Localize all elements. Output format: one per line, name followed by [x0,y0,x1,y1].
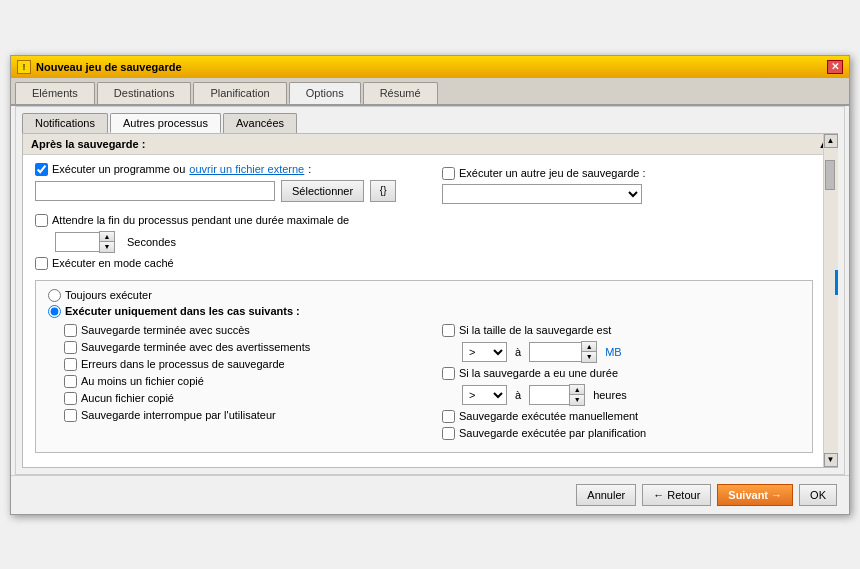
hidden-mode-checkbox[interactable] [35,257,48,270]
execute-other-select[interactable] [442,184,642,204]
cond-left-5-label: Sauvegarde interrompue par l'utilisateur [81,409,276,421]
duration-condition-row: > < = à 12 ▲ ▼ [462,384,800,406]
execute-input-row: Sélectionner {} [35,180,406,202]
duration-spinner-btns: ▲ ▼ [569,384,585,406]
scroll-thumb[interactable] [825,160,835,190]
scroll-indicator [835,270,838,295]
cond-left-2: Erreurs dans le processus de sauvegarde [64,358,422,371]
cond-left-2-cb[interactable] [64,358,77,371]
tab-planification[interactable]: Planification [193,82,286,104]
radio-always-row: Toujours exécuter [48,289,800,302]
size-down-btn[interactable]: ▼ [582,352,596,362]
cond-left-5-cb[interactable] [64,409,77,422]
duration-input[interactable]: 12 [529,385,569,405]
execute-other-label: Exécuter un autre jeu de sauvegarde : [459,167,646,179]
cond-left-0: Sauvegarde terminée avec succès [64,324,422,337]
execute-left: Exécuter un programme ou ouvrir un fichi… [35,163,406,208]
scroll-down-btn[interactable]: ▼ [824,453,838,467]
execute-label: Exécuter un programme ou ouvrir un fichi… [52,163,311,175]
size-operator-select[interactable]: > < = >= <= [462,342,507,362]
cond-right-0-cb[interactable] [442,324,455,337]
seconds-label: Secondes [127,236,176,248]
sub-tabs: Notifications Autres processus Avancées [22,113,838,133]
execute-other-checkbox[interactable] [442,167,455,180]
cond-left-0-cb[interactable] [64,324,77,337]
size-a-label: à [515,346,521,358]
seconds-input[interactable]: 180 [55,232,99,252]
wait-checkbox[interactable] [35,214,48,227]
scroll-track[interactable] [824,148,838,453]
duration-down-btn[interactable]: ▼ [570,395,584,405]
tab-elements[interactable]: Eléments [15,82,95,104]
radio-conditions[interactable] [48,305,61,318]
cond-left-4: Aucun fichier copié [64,392,422,405]
seconds-up-btn[interactable]: ▲ [100,232,114,242]
wait-label: Attendre la fin du processus pendant une… [52,214,349,226]
hidden-mode-row: Exécuter en mode caché [35,257,813,270]
window-title: Nouveau jeu de sauvegarde [36,61,182,73]
cond-right-0-label: Si la taille de la sauvegarde est [459,324,611,336]
conditions-cols: Sauvegarde terminée avec succès Sauvegar… [64,324,800,444]
execute-checkbox-row: Exécuter un programme ou ouvrir un fichi… [35,163,406,176]
cond-left-1-cb[interactable] [64,341,77,354]
execute-right: Exécuter un autre jeu de sauvegarde : [412,167,813,204]
section-box: Après la sauvegarde : ▲ Exécuter un prog… [22,133,838,468]
size-up-btn[interactable]: ▲ [582,342,596,352]
tab-destinations[interactable]: Destinations [97,82,192,104]
size-condition-row: > < = >= <= à 250 ▲ [462,341,800,363]
cond-left-4-label: Aucun fichier copié [81,392,174,404]
footer: Annuler ← Retour Suivant → OK [11,475,849,514]
duration-unit-label: heures [593,389,627,401]
section-header: Après la sauvegarde : ▲ [23,134,837,155]
size-spinner: 250 ▲ ▼ [529,341,597,363]
close-button[interactable]: ✕ [827,60,843,74]
app-icon: ! [17,60,31,74]
duration-operator-select[interactable]: > < = [462,385,507,405]
conditions-box: Toujours exécuter Exécuter uniquement da… [35,280,813,453]
main-tabs: Eléments Destinations Planification Opti… [11,78,849,106]
cond-right-1-cb[interactable] [442,367,455,380]
cond-right-3-label: Sauvegarde exécutée par planification [459,427,646,439]
tab-autres-processus[interactable]: Autres processus [110,113,221,133]
duration-a-label: à [515,389,521,401]
execute-program-input[interactable] [35,181,275,201]
cond-right-2-label: Sauvegarde exécutée manuellement [459,410,638,422]
cond-left-3-label: Au moins un fichier copié [81,375,204,387]
size-input[interactable]: 250 [529,342,581,362]
duration-spinner: 12 ▲ ▼ [529,384,585,406]
titlebar-left: ! Nouveau jeu de sauvegarde [17,60,182,74]
seconds-spinner-btns: ▲ ▼ [99,231,115,253]
titlebar: ! Nouveau jeu de sauvegarde ✕ [11,56,849,78]
cond-left-3-cb[interactable] [64,375,77,388]
cond-left-3: Au moins un fichier copié [64,375,422,388]
radio-always[interactable] [48,289,61,302]
select-button[interactable]: Sélectionner [281,180,364,202]
scroll-up-btn[interactable]: ▲ [824,134,838,148]
tab-avancees[interactable]: Avancées [223,113,297,133]
open-file-link[interactable]: ouvrir un fichier externe [189,163,304,175]
cond-right-1-row: Si la sauvegarde a eu une durée [442,367,800,380]
size-spinner-btns: ▲ ▼ [581,341,597,363]
wait-row: Attendre la fin du processus pendant une… [35,214,813,227]
seconds-down-btn[interactable]: ▼ [100,242,114,252]
cond-right-3-cb[interactable] [442,427,455,440]
next-button[interactable]: Suivant → [717,484,793,506]
size-unit-label: MB [605,346,622,358]
duration-up-btn[interactable]: ▲ [570,385,584,395]
tab-notifications[interactable]: Notifications [22,113,108,133]
cond-left-4-cb[interactable] [64,392,77,405]
ok-button[interactable]: OK [799,484,837,506]
conditions-right: Si la taille de la sauvegarde est > < = … [442,324,800,444]
back-button[interactable]: ← Retour [642,484,711,506]
tab-resume[interactable]: Résumé [363,82,438,104]
cond-right-3-row: Sauvegarde exécutée par planification [442,427,800,440]
cancel-button[interactable]: Annuler [576,484,636,506]
radio-conditions-row: Exécuter uniquement dans les cas suivant… [48,305,800,318]
cond-right-2-cb[interactable] [442,410,455,423]
cond-left-1-label: Sauvegarde terminée avec des avertisseme… [81,341,310,353]
tab-options[interactable]: Options [289,82,361,104]
cond-right-2-row: Sauvegarde exécutée manuellement [442,410,800,423]
execute-checkbox[interactable] [35,163,48,176]
code-button[interactable]: {} [370,180,396,202]
conditions-left: Sauvegarde terminée avec succès Sauvegar… [64,324,422,444]
